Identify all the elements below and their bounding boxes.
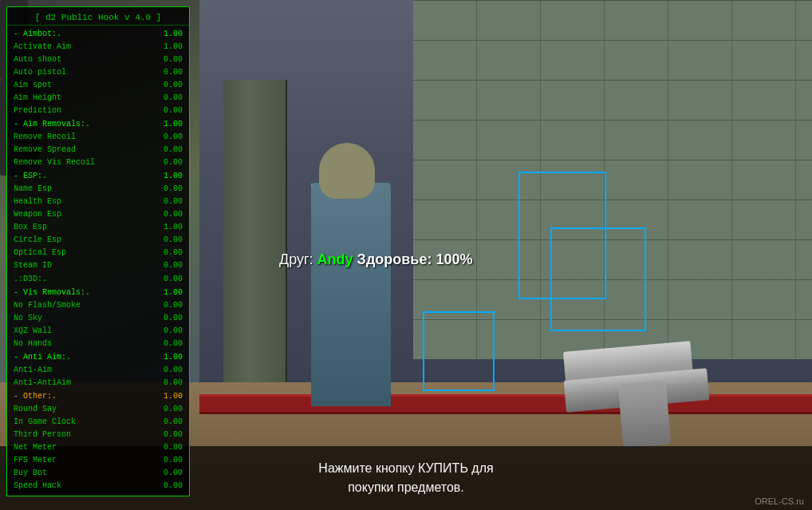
- menu-items-container: - Aimbot:. 1.00Activate Aim1.00Auto shoo…: [7, 27, 189, 492]
- menu-item-5[interactable]: Aim Height0.00: [7, 92, 189, 105]
- menu-item-29[interactable]: Round Say0.00: [7, 403, 189, 416]
- cheat-menu: [ d2 Public Hook v 4.0 ] - Aimbot:. 1.00…: [6, 6, 190, 496]
- menu-item-34[interactable]: Buy Bot0.00: [7, 467, 189, 480]
- enemy-box-blue-1: [423, 311, 495, 391]
- watermark: OREL-CS.ru: [755, 496, 804, 506]
- menu-item-4[interactable]: Aim spot0.00: [7, 79, 189, 92]
- player-character: [295, 151, 407, 406]
- menu-item-16[interactable]: Circle Esp0.00: [7, 234, 189, 247]
- menu-section-0[interactable]: - Aimbot:. 1.00: [7, 27, 189, 41]
- buy-text-line1: Нажмите кнопку КУПИТЬ для: [318, 459, 493, 478]
- health-value: 100%: [436, 251, 472, 267]
- menu-item-24[interactable]: No Hands0.00: [7, 338, 189, 350]
- player-head: [319, 143, 375, 199]
- menu-item-10[interactable]: Remove Vis Recoil0.00: [7, 156, 189, 169]
- menu-item-23[interactable]: XQZ Wall0.00: [7, 325, 189, 338]
- menu-item-21[interactable]: No Flash/Smoke0.00: [7, 299, 189, 312]
- menu-item-14[interactable]: Weapon Esp0.00: [7, 208, 189, 221]
- menu-item-32[interactable]: Net Meter0.00: [7, 441, 189, 454]
- menu-item-6[interactable]: Prediction0.00: [7, 105, 189, 117]
- cheat-menu-title: [ d2 Public Hook v 4.0 ]: [7, 10, 189, 26]
- menu-item-35[interactable]: Speed Hack0.00: [7, 480, 189, 492]
- menu-item-17[interactable]: Optical Esp0.00: [7, 247, 189, 259]
- player-body: [311, 183, 391, 406]
- menu-item-27[interactable]: Anti-AntiAim0.00: [7, 377, 189, 389]
- friend-hud: Друг: Andy Здоровье: 100%: [279, 251, 473, 268]
- menu-section-20[interactable]: - Vis Removals:. 1.00: [7, 286, 189, 299]
- menu-item-33[interactable]: FPS Meter0.00: [7, 454, 189, 467]
- menu-section-7[interactable]: - Aim Removals:. 1.00: [7, 117, 189, 131]
- menu-item-8[interactable]: Remove Recoil0.00: [7, 131, 189, 144]
- menu-item-3[interactable]: Auto pistol0.00: [7, 66, 189, 79]
- menu-item-15[interactable]: Box Esp1.00: [7, 221, 189, 234]
- health-label: Здоровье:: [357, 251, 432, 267]
- gun-foreground: [493, 271, 732, 470]
- buy-text-line2: покупки предметов.: [318, 478, 493, 497]
- menu-item-26[interactable]: Anti-Aim0.00: [7, 364, 189, 377]
- menu-item-13[interactable]: Health Esp0.00: [7, 196, 189, 208]
- menu-item-30[interactable]: In Game Clock0.00: [7, 416, 189, 429]
- buy-message: Нажмите кнопку КУПИТЬ для покупки предме…: [318, 459, 493, 497]
- friend-label: Друг:: [279, 251, 313, 267]
- menu-item-9[interactable]: Remove Spread0.00: [7, 144, 189, 156]
- menu-section-19[interactable]: .:D3D:. 0.00: [7, 272, 189, 286]
- menu-item-1[interactable]: Activate Aim1.00: [7, 41, 189, 53]
- pillar: [223, 80, 287, 383]
- menu-item-31[interactable]: Third Person0.00: [7, 429, 189, 441]
- menu-section-11[interactable]: - ESP:. 1.00: [7, 169, 189, 183]
- gun-grip: [618, 381, 672, 449]
- menu-section-28[interactable]: - Other:. 1.00: [7, 389, 189, 403]
- friend-name: Andy: [317, 251, 353, 267]
- menu-item-12[interactable]: Name Esp0.00: [7, 183, 189, 196]
- menu-section-25[interactable]: - Anti Aim:. 1.00: [7, 350, 189, 364]
- menu-item-22[interactable]: No Sky0.00: [7, 312, 189, 325]
- menu-item-2[interactable]: Auto shoot0.00: [7, 53, 189, 66]
- menu-item-18[interactable]: Steam ID0.00: [7, 259, 189, 272]
